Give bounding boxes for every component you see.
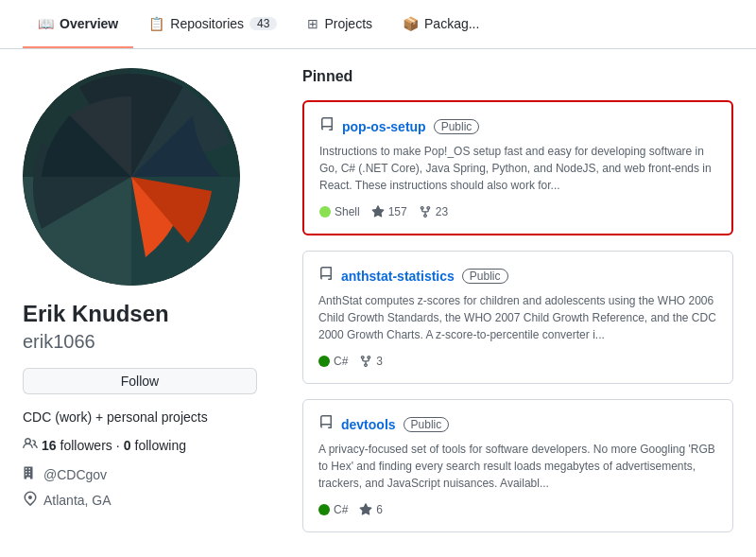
building-icon: [23, 465, 38, 483]
followers-label: followers: [60, 438, 112, 453]
main-content: Erik Knudsen erik1066 Follow CDC (work) …: [0, 49, 756, 557]
language-item: C#: [318, 355, 348, 368]
pinned-card-anthstat: anthstat-statistics Public AnthStat comp…: [302, 251, 733, 384]
follow-button[interactable]: Follow: [23, 368, 257, 394]
repo-icon: [318, 415, 334, 433]
nav-tabs: 📖 Overview 📋 Repositories 43 ⊞ Projects …: [23, 0, 494, 48]
user-display-name: Erik Knudsen: [23, 301, 257, 327]
forks-count: 23: [436, 205, 448, 218]
card-stats-pop-os-setup: Shell 157 23: [319, 205, 716, 218]
book-icon: 📖: [38, 16, 54, 31]
card-stats-devtools: C# 6: [318, 503, 717, 516]
language-label: C#: [334, 503, 348, 516]
pinned-card-pop-os-setup: pop-os-setup Public Instructions to make…: [302, 100, 733, 235]
people-icon: [23, 436, 38, 454]
right-panel: Pinned pop-os-setup Public Instructions …: [280, 49, 756, 557]
card-header: anthstat-statistics Public: [318, 267, 717, 285]
following-count[interactable]: 0: [124, 438, 131, 453]
lang-color-dot: [318, 356, 330, 367]
forks-stat: 3: [359, 355, 383, 368]
language-item: Shell: [319, 205, 360, 218]
visibility-badge: Public: [462, 269, 508, 284]
visibility-badge: Public: [434, 119, 480, 134]
pinned-card-devtools: devtools Public A privacy-focused set of…: [302, 399, 733, 532]
org-name: @CDCgov: [43, 467, 107, 482]
org-detail: @CDCgov: [23, 465, 257, 483]
tab-projects[interactable]: ⊞ Projects: [292, 0, 387, 48]
repo-icon: [319, 117, 335, 135]
following-label: following: [135, 438, 186, 453]
bio: CDC (work) + personal projects: [23, 409, 257, 425]
lang-color-dot: [319, 206, 331, 218]
repo-name-devtools[interactable]: devtools: [341, 417, 396, 432]
stars-count: 6: [376, 503, 383, 516]
location-text: Atlanta, GA: [43, 493, 112, 508]
user-handle: erik1066: [23, 331, 257, 353]
visibility-badge: Public: [404, 417, 450, 432]
language-item: C#: [318, 503, 348, 516]
repo-icon: [318, 267, 334, 285]
card-header: pop-os-setup Public: [319, 117, 716, 135]
repo-name-anthstat[interactable]: anthstat-statistics: [341, 269, 455, 284]
followers-stats: 16 followers · 0 following: [23, 436, 257, 454]
package-icon: 📦: [403, 16, 419, 31]
location-detail: Atlanta, GA: [23, 491, 257, 509]
card-stats-anthstat: C# 3: [318, 355, 717, 368]
stars-stat: 6: [359, 503, 383, 516]
card-description-devtools: A privacy-focused set of tools for softw…: [318, 441, 717, 492]
language-label: C#: [334, 355, 348, 368]
grid-icon: ⊞: [307, 16, 318, 31]
tab-repositories[interactable]: 📋 Repositories 43: [133, 0, 292, 48]
tab-overview[interactable]: 📖 Overview: [23, 0, 133, 48]
stars-count: 157: [388, 205, 407, 218]
pinned-section-title: Pinned: [302, 68, 733, 85]
top-nav: 📖 Overview 📋 Repositories 43 ⊞ Projects …: [0, 0, 756, 49]
tab-packages[interactable]: 📦 Packag...: [387, 0, 494, 48]
repo-count-badge: 43: [249, 17, 277, 30]
stars-stat: 157: [371, 205, 407, 218]
repo-icon: 📋: [148, 16, 164, 31]
repo-name-pop-os-setup[interactable]: pop-os-setup: [342, 119, 426, 134]
forks-stat: 23: [419, 205, 448, 218]
followers-count[interactable]: 16: [42, 438, 57, 453]
language-label: Shell: [335, 205, 360, 218]
sidebar: Erik Knudsen erik1066 Follow CDC (work) …: [0, 49, 280, 557]
avatar: [23, 68, 240, 286]
lang-color-dot: [318, 504, 330, 515]
card-header: devtools Public: [318, 415, 717, 433]
card-description-pop-os-setup: Instructions to make Pop!_OS setup fast …: [319, 143, 716, 194]
forks-count: 3: [376, 355, 383, 368]
card-description-anthstat: AnthStat computes z-scores for children …: [318, 292, 717, 343]
location-icon: [23, 491, 38, 509]
